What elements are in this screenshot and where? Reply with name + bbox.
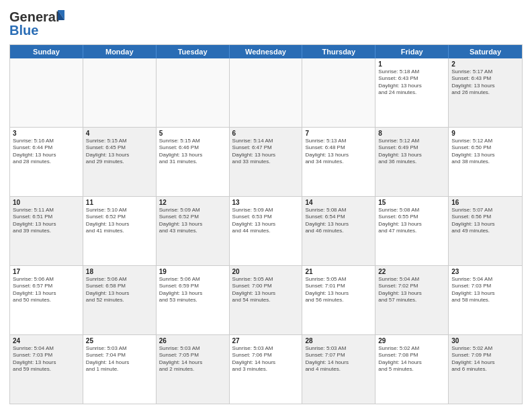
calendar-week-5: 24Sunrise: 5:04 AM Sunset: 7:03 PM Dayli… bbox=[10, 335, 522, 404]
svg-text:Blue: Blue bbox=[9, 23, 38, 38]
weekday-header-wednesday: Wednesday bbox=[230, 45, 303, 58]
day-number: 12 bbox=[159, 199, 226, 206]
weekday-header-tuesday: Tuesday bbox=[157, 45, 230, 58]
day-number: 30 bbox=[451, 337, 519, 345]
day-number: 24 bbox=[13, 337, 80, 345]
calendar-cell: 21Sunrise: 5:05 AM Sunset: 7:01 PM Dayli… bbox=[302, 266, 375, 334]
day-info: Sunrise: 5:16 AM Sunset: 6:44 PM Dayligh… bbox=[13, 138, 80, 166]
day-info: Sunrise: 5:05 AM Sunset: 7:01 PM Dayligh… bbox=[305, 276, 372, 304]
calendar-cell: 26Sunrise: 5:03 AM Sunset: 7:05 PM Dayli… bbox=[157, 335, 230, 404]
day-number: 27 bbox=[232, 337, 300, 345]
day-info: Sunrise: 5:08 AM Sunset: 6:55 PM Dayligh… bbox=[378, 207, 445, 235]
day-info: Sunrise: 5:12 AM Sunset: 6:50 PM Dayligh… bbox=[451, 138, 519, 166]
day-info: Sunrise: 5:15 AM Sunset: 6:46 PM Dayligh… bbox=[159, 138, 226, 166]
calendar-cell: 13Sunrise: 5:09 AM Sunset: 6:53 PM Dayli… bbox=[230, 197, 303, 265]
calendar-cell: 7Sunrise: 5:13 AM Sunset: 6:48 PM Daylig… bbox=[302, 128, 375, 196]
day-info: Sunrise: 5:03 AM Sunset: 7:06 PM Dayligh… bbox=[232, 345, 300, 373]
day-info: Sunrise: 5:07 AM Sunset: 6:56 PM Dayligh… bbox=[451, 207, 519, 235]
day-number: 14 bbox=[305, 199, 372, 206]
day-info: Sunrise: 5:02 AM Sunset: 7:08 PM Dayligh… bbox=[378, 345, 445, 373]
calendar-cell: 29Sunrise: 5:02 AM Sunset: 7:08 PM Dayli… bbox=[375, 335, 449, 404]
calendar-cell: 30Sunrise: 5:02 AM Sunset: 7:09 PM Dayli… bbox=[449, 335, 522, 404]
day-number: 11 bbox=[86, 199, 153, 206]
calendar-cell: 6Sunrise: 5:14 AM Sunset: 6:47 PM Daylig… bbox=[230, 128, 303, 196]
day-info: Sunrise: 5:09 AM Sunset: 6:53 PM Dayligh… bbox=[232, 207, 300, 235]
weekday-header-saturday: Saturday bbox=[449, 45, 522, 58]
calendar-cell: 27Sunrise: 5:03 AM Sunset: 7:06 PM Dayli… bbox=[230, 335, 303, 404]
calendar-cell: 25Sunrise: 5:03 AM Sunset: 7:04 PM Dayli… bbox=[83, 335, 157, 404]
day-number: 17 bbox=[13, 268, 80, 275]
calendar-cell: 12Sunrise: 5:09 AM Sunset: 6:52 PM Dayli… bbox=[157, 197, 230, 265]
day-number: 19 bbox=[159, 268, 226, 275]
calendar-cell: 22Sunrise: 5:04 AM Sunset: 7:02 PM Dayli… bbox=[375, 266, 449, 334]
calendar-cell: 20Sunrise: 5:05 AM Sunset: 7:00 PM Dayli… bbox=[230, 266, 303, 334]
day-info: Sunrise: 5:13 AM Sunset: 6:48 PM Dayligh… bbox=[305, 138, 372, 166]
svg-text:General: General bbox=[9, 9, 59, 24]
header: GeneralBlue bbox=[9, 7, 523, 40]
calendar: SundayMondayTuesdayWednesdayThursdayFrid… bbox=[9, 44, 523, 404]
calendar-cell: 2Sunrise: 5:17 AM Sunset: 6:43 PM Daylig… bbox=[449, 58, 522, 127]
calendar-week-2: 3Sunrise: 5:16 AM Sunset: 6:44 PM Daylig… bbox=[10, 128, 522, 197]
day-number: 7 bbox=[305, 130, 372, 137]
day-number: 26 bbox=[159, 337, 226, 345]
day-number: 2 bbox=[451, 60, 519, 68]
weekday-header-sunday: Sunday bbox=[10, 45, 83, 58]
day-info: Sunrise: 5:10 AM Sunset: 6:52 PM Dayligh… bbox=[86, 207, 153, 235]
day-number: 9 bbox=[451, 130, 519, 137]
day-info: Sunrise: 5:04 AM Sunset: 7:03 PM Dayligh… bbox=[13, 345, 80, 373]
calendar-body: 1Sunrise: 5:18 AM Sunset: 6:43 PM Daylig… bbox=[10, 58, 522, 404]
day-info: Sunrise: 5:03 AM Sunset: 7:04 PM Dayligh… bbox=[86, 345, 153, 373]
calendar-cell: 3Sunrise: 5:16 AM Sunset: 6:44 PM Daylig… bbox=[10, 128, 83, 196]
calendar-header: SundayMondayTuesdayWednesdayThursdayFrid… bbox=[10, 45, 522, 58]
calendar-cell: 1Sunrise: 5:18 AM Sunset: 6:43 PM Daylig… bbox=[375, 58, 449, 127]
day-info: Sunrise: 5:11 AM Sunset: 6:51 PM Dayligh… bbox=[13, 207, 80, 235]
logo: GeneralBlue bbox=[9, 7, 70, 40]
day-info: Sunrise: 5:17 AM Sunset: 6:43 PM Dayligh… bbox=[451, 68, 519, 97]
calendar-cell: 16Sunrise: 5:07 AM Sunset: 6:56 PM Dayli… bbox=[449, 197, 522, 265]
calendar-cell bbox=[83, 58, 157, 127]
page: GeneralBlue SundayMondayTuesdayWednesday… bbox=[0, 0, 532, 411]
day-number: 10 bbox=[13, 199, 80, 206]
calendar-cell: 24Sunrise: 5:04 AM Sunset: 7:03 PM Dayli… bbox=[10, 335, 83, 404]
day-number: 18 bbox=[86, 268, 153, 275]
day-number: 4 bbox=[86, 130, 153, 137]
calendar-week-1: 1Sunrise: 5:18 AM Sunset: 6:43 PM Daylig… bbox=[10, 58, 522, 128]
weekday-header-thursday: Thursday bbox=[302, 45, 375, 58]
day-number: 15 bbox=[378, 199, 445, 206]
day-info: Sunrise: 5:09 AM Sunset: 6:52 PM Dayligh… bbox=[159, 207, 226, 235]
weekday-header-monday: Monday bbox=[83, 45, 157, 58]
calendar-cell: 4Sunrise: 5:15 AM Sunset: 6:45 PM Daylig… bbox=[83, 128, 157, 196]
day-number: 16 bbox=[451, 199, 519, 206]
calendar-cell bbox=[230, 58, 303, 127]
day-info: Sunrise: 5:06 AM Sunset: 6:58 PM Dayligh… bbox=[86, 276, 153, 304]
calendar-week-4: 17Sunrise: 5:06 AM Sunset: 6:57 PM Dayli… bbox=[10, 266, 522, 335]
calendar-cell bbox=[302, 58, 375, 127]
day-info: Sunrise: 5:05 AM Sunset: 7:00 PM Dayligh… bbox=[232, 276, 300, 304]
calendar-cell: 14Sunrise: 5:08 AM Sunset: 6:54 PM Dayli… bbox=[302, 197, 375, 265]
day-number: 28 bbox=[305, 337, 372, 345]
calendar-cell: 23Sunrise: 5:04 AM Sunset: 7:03 PM Dayli… bbox=[449, 266, 522, 334]
day-number: 20 bbox=[232, 268, 300, 275]
day-info: Sunrise: 5:12 AM Sunset: 6:49 PM Dayligh… bbox=[378, 138, 445, 166]
calendar-cell bbox=[157, 58, 230, 127]
day-info: Sunrise: 5:03 AM Sunset: 7:07 PM Dayligh… bbox=[305, 345, 372, 373]
day-info: Sunrise: 5:06 AM Sunset: 6:57 PM Dayligh… bbox=[13, 276, 80, 304]
calendar-cell: 11Sunrise: 5:10 AM Sunset: 6:52 PM Dayli… bbox=[83, 197, 157, 265]
calendar-cell: 17Sunrise: 5:06 AM Sunset: 6:57 PM Dayli… bbox=[10, 266, 83, 334]
day-info: Sunrise: 5:15 AM Sunset: 6:45 PM Dayligh… bbox=[86, 138, 153, 166]
calendar-cell: 28Sunrise: 5:03 AM Sunset: 7:07 PM Dayli… bbox=[302, 335, 375, 404]
day-number: 3 bbox=[13, 130, 80, 137]
calendar-cell: 9Sunrise: 5:12 AM Sunset: 6:50 PM Daylig… bbox=[449, 128, 522, 196]
day-number: 6 bbox=[232, 130, 300, 137]
calendar-cell: 19Sunrise: 5:06 AM Sunset: 6:59 PM Dayli… bbox=[157, 266, 230, 334]
day-info: Sunrise: 5:08 AM Sunset: 6:54 PM Dayligh… bbox=[305, 207, 372, 235]
logo-icon: GeneralBlue bbox=[9, 7, 70, 40]
weekday-header-friday: Friday bbox=[375, 45, 449, 58]
day-info: Sunrise: 5:06 AM Sunset: 6:59 PM Dayligh… bbox=[159, 276, 226, 304]
calendar-cell bbox=[10, 58, 83, 127]
day-info: Sunrise: 5:04 AM Sunset: 7:03 PM Dayligh… bbox=[451, 276, 519, 304]
day-number: 8 bbox=[378, 130, 445, 137]
calendar-cell: 18Sunrise: 5:06 AM Sunset: 6:58 PM Dayli… bbox=[83, 266, 157, 334]
calendar-cell: 15Sunrise: 5:08 AM Sunset: 6:55 PM Dayli… bbox=[375, 197, 449, 265]
day-number: 5 bbox=[159, 130, 226, 137]
